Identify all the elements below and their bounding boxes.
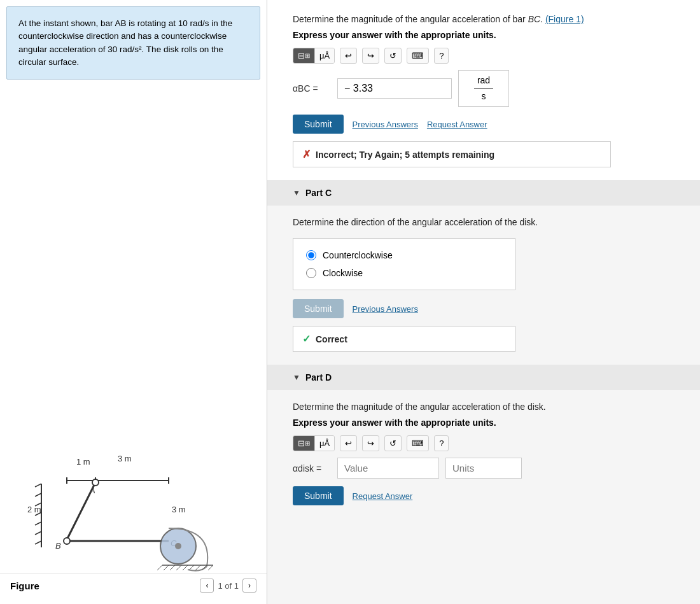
figure-diagram: 1 m 3 m 2 m 3 m A B C [16, 446, 251, 573]
undo-icon: ↩ [345, 51, 352, 60]
svg-point-33 [92, 479, 99, 486]
matrix-icon: ⊟ [298, 51, 305, 60]
radio-counterclockwise[interactable]: Counterclockwise [306, 246, 502, 264]
redo-button[interactable]: ↪ [362, 48, 379, 64]
part-d-matrix-icon2: ⊞ [305, 440, 310, 447]
part-b-unit-top: rad [477, 74, 490, 87]
matrix-button[interactable]: ⊟ ⊞ [293, 48, 315, 63]
radio-cw-label: Clockwise [323, 268, 363, 278]
radio-ccw-input[interactable] [306, 250, 316, 260]
part-d-keyboard-button[interactable]: ⌨ [407, 435, 429, 451]
part-b-express: Express your answer with the appropriate… [293, 30, 675, 40]
part-b-area: Determine the magnitude of the angular a… [267, 0, 700, 180]
radio-ccw-label: Counterclockwise [323, 250, 393, 260]
part-d-submit-button[interactable]: Submit [293, 486, 344, 505]
part-b-toolbar: ⊟ ⊞ μÅ ↩ ↪ ↺ ⌨ ? [293, 48, 675, 64]
keyboard-button[interactable]: ⌨ [407, 48, 429, 64]
part-c-header[interactable]: ▼ Part C [267, 180, 700, 206]
problem-text: At the instant shown, bar AB is rotating… [18, 18, 232, 67]
svg-point-14 [175, 543, 181, 549]
part-d-express: Express your answer with the appropriate… [293, 418, 675, 428]
right-panel: Determine the magnitude of the angular a… [267, 0, 700, 604]
x-icon: ✗ [302, 148, 311, 160]
part-c-arrow: ▼ [293, 188, 300, 197]
part-b-answer-input[interactable] [337, 78, 452, 99]
svg-line-16 [35, 484, 41, 487]
part-d-toolbar-icon-group: ⊟ ⊞ μÅ [293, 435, 335, 451]
part-d-undo-icon: ↩ [345, 439, 352, 448]
part-b-submit-button[interactable]: Submit [293, 115, 344, 134]
correct-text: Correct [316, 334, 347, 344]
part-d-arrow: ▼ [293, 373, 300, 382]
part-c-question: Determine the direction of the angular a… [293, 216, 675, 229]
reset-button[interactable]: ↺ [384, 48, 402, 64]
figure-next-button[interactable]: › [242, 579, 256, 593]
radio-clockwise[interactable]: Clockwise [306, 264, 502, 282]
part-b-units-box: rad s [458, 70, 509, 107]
svg-line-30 [195, 565, 200, 570]
check-icon: ✓ [302, 333, 311, 345]
redo-icon: ↪ [367, 51, 374, 60]
svg-text:2 m: 2 m [27, 505, 41, 514]
part-d-matrix-icon: ⊟ [298, 439, 305, 448]
part-c-previous-answers-button[interactable]: Previous Answers [353, 304, 418, 314]
reset-icon: ↺ [389, 51, 396, 60]
part-d-redo-button[interactable]: ↪ [362, 435, 379, 451]
radio-cw-input[interactable] [306, 268, 316, 278]
svg-text:1 m: 1 m [76, 457, 90, 467]
svg-text:A: A [89, 486, 95, 495]
part-d-content: Determine the magnitude of the angular a… [267, 390, 700, 526]
part-b-previous-answers-button[interactable]: Previous Answers [353, 120, 418, 129]
mu-icon: μÅ [319, 51, 330, 60]
svg-line-20 [35, 522, 41, 525]
part-c-submit-row: Submit Previous Answers [293, 299, 675, 318]
part-b-submit-row: Submit Previous Answers Request Answer [293, 115, 675, 134]
part-c-content: Determine the direction of the angular a… [267, 206, 700, 365]
mu-button[interactable]: μÅ [315, 48, 334, 63]
part-d-mu-button[interactable]: μÅ [315, 436, 334, 451]
part-b-answer-label: αBC = [293, 83, 331, 94]
part-b-answer-row: αBC = rad s [293, 70, 675, 107]
part-b-unit-bot: s [482, 90, 486, 103]
part-d-undo-button[interactable]: ↩ [340, 435, 357, 451]
matrix-icon2: ⊞ [305, 52, 310, 59]
part-d-label: Part D [305, 372, 332, 383]
figure-label-row: Figure ‹ 1 of 1 › [0, 573, 267, 598]
svg-line-29 [189, 565, 194, 570]
svg-line-22 [35, 541, 41, 544]
part-d-answer-label: αdisk = [293, 463, 331, 474]
svg-line-21 [35, 531, 41, 535]
toolbar-icon-group: ⊟ ⊞ μÅ [293, 48, 335, 64]
undo-button[interactable]: ↩ [340, 48, 357, 64]
figure-label: Figure [10, 580, 39, 591]
part-d-units-input[interactable] [445, 458, 522, 479]
part-c-submit-button[interactable]: Submit [293, 299, 344, 318]
part-d-request-answer-button[interactable]: Request Answer [353, 491, 413, 501]
svg-text:B: B [55, 541, 61, 551]
part-d-divider: ▼ Part D [267, 365, 700, 390]
keyboard-icon: ⌨ [412, 51, 424, 60]
part-d-reset-button[interactable]: ↺ [384, 435, 402, 451]
part-d-matrix-button[interactable]: ⊟ ⊞ [293, 436, 315, 451]
part-d-value-input[interactable] [337, 458, 439, 479]
part-b-question: Determine the magnitude of the angular a… [293, 13, 675, 26]
part-d-reset-icon: ↺ [389, 439, 396, 448]
svg-line-24 [157, 565, 162, 570]
incorrect-text: Incorrect; Try Again; 5 attempts remaini… [316, 150, 494, 160]
part-d-keyboard-icon: ⌨ [412, 439, 424, 448]
svg-line-27 [176, 565, 181, 570]
svg-line-28 [183, 565, 188, 570]
figure-nav-text: 1 of 1 [218, 581, 239, 591]
figure-link[interactable]: (Figure 1) [545, 14, 584, 24]
correct-banner: ✓ Correct [293, 326, 515, 352]
part-c-divider: ▼ Part C [267, 180, 700, 206]
figure-prev-button[interactable]: ‹ [200, 579, 214, 593]
incorrect-banner: ✗ Incorrect; Try Again; 5 attempts remai… [293, 141, 611, 167]
part-d-header[interactable]: ▼ Part D [267, 365, 700, 390]
part-d-help-button[interactable]: ? [434, 435, 449, 451]
part-b-request-answer-button[interactable]: Request Answer [427, 120, 487, 129]
problem-statement: At the instant shown, bar AB is rotating… [6, 6, 260, 80]
part-b-unit-line [474, 88, 493, 89]
help-button[interactable]: ? [434, 48, 449, 64]
figure-nav: ‹ 1 of 1 › [200, 579, 256, 593]
